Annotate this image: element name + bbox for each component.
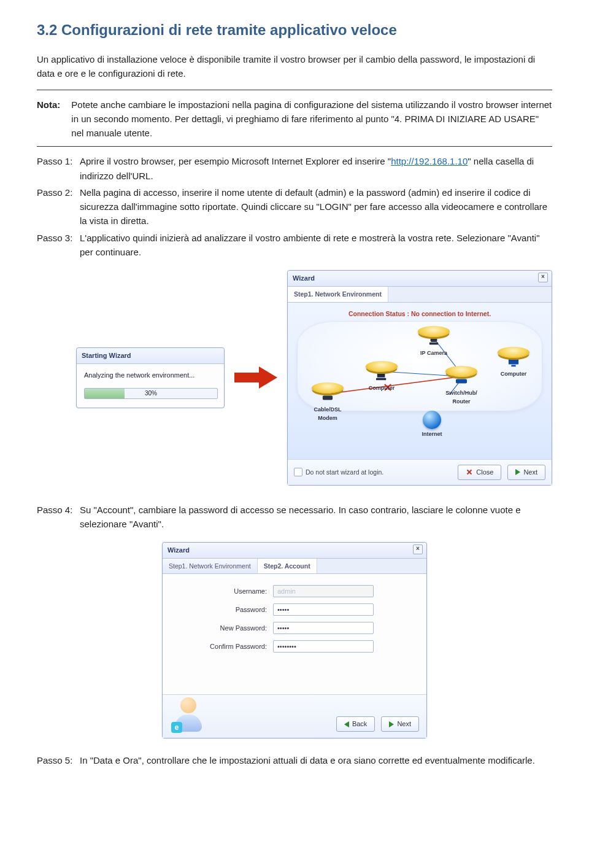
- back-arrow-icon: [344, 721, 349, 727]
- account-wizard-window: Wizard × Step1. Network Environment Step…: [162, 542, 427, 738]
- next-button[interactable]: Next: [381, 716, 419, 732]
- no-start-checkbox[interactable]: Do not start wizard at login.: [294, 467, 383, 477]
- node-computer-left: Computer: [361, 361, 402, 393]
- svg-rect-13: [377, 371, 385, 377]
- svg-rect-14: [376, 378, 386, 380]
- back-button-label: Back: [352, 719, 367, 729]
- label-modem: Cable/DSL Modem: [307, 406, 348, 423]
- label-computer-right: Computer: [493, 370, 534, 379]
- next-arrow-icon: [515, 469, 520, 475]
- globe-icon: [423, 411, 441, 429]
- close-icon[interactable]: ×: [538, 273, 548, 282]
- starting-wizard-title-text: Starting Wizard: [82, 352, 131, 359]
- no-start-label: Do not start wizard at login.: [306, 467, 383, 477]
- starting-wizard-window: Starting Wizard Analyzing the network en…: [76, 347, 225, 408]
- next-arrow-icon: [389, 721, 394, 727]
- confirmpassword-input[interactable]: ••••••••: [273, 640, 374, 653]
- avatar-icon: e: [172, 697, 204, 734]
- passo3-label: Passo 3:: [37, 231, 80, 260]
- account-wizard-title: Wizard ×: [163, 543, 426, 559]
- svg-rect-11: [431, 337, 437, 341]
- network-wizard-title: Wizard ×: [288, 271, 552, 287]
- intro-paragraph: Un applicativo di installazione veloce è…: [37, 52, 552, 81]
- account-form: Username: admin Password: ••••• New Pass…: [163, 574, 426, 694]
- starting-wizard-title: Starting Wizard: [77, 348, 224, 364]
- passo1-pre: Aprire il vostro browser, per esempio Mi…: [80, 156, 391, 166]
- tab-step2-active[interactable]: Step2. Account: [258, 559, 317, 573]
- progress-percent: 30%: [85, 389, 217, 398]
- node-ipcamera: IP Camera: [414, 326, 454, 358]
- label-computer-left: Computer: [361, 384, 402, 393]
- close-button[interactable]: Close: [458, 465, 501, 480]
- node-computer-right: Computer: [493, 347, 534, 379]
- section-heading: 3.2 Configurazioni di rete tramite appli…: [37, 18, 552, 41]
- svg-marker-0: [234, 366, 277, 389]
- passo4-label: Passo 4:: [37, 503, 80, 532]
- network-wizard-window: Wizard × Step1. Network Environment Conn…: [287, 270, 552, 485]
- progress-bar: 30%: [84, 388, 218, 399]
- svg-rect-18: [323, 395, 333, 400]
- figure-network-wizard: Starting Wizard Analyzing the network en…: [37, 270, 552, 485]
- close-icon[interactable]: ×: [413, 544, 423, 554]
- node-internet: Internet: [404, 411, 460, 439]
- username-label: Username:: [163, 586, 273, 597]
- network-wizard-tabs: Step1. Network Environment: [288, 287, 552, 302]
- svg-rect-12: [429, 342, 438, 344]
- passo1-link[interactable]: http://192.168.1.10: [391, 156, 468, 166]
- passo4-text: Su "Account", cambiare la password di ac…: [80, 503, 552, 532]
- network-diagram: Connection Status : No connection to Int…: [288, 303, 552, 459]
- passo5-label: Passo 5:: [37, 753, 80, 767]
- avatar-badge: e: [171, 722, 182, 733]
- label-internet: Internet: [404, 430, 460, 439]
- svg-rect-17: [511, 365, 515, 366]
- svg-rect-16: [509, 357, 518, 364]
- label-switch: Switch/Hub/ Router: [441, 389, 482, 406]
- nota-label: Nota:: [37, 98, 60, 141]
- next-button-label: Next: [523, 467, 537, 478]
- passo3-text: L'applicativo quindi inizierà ad analizz…: [80, 231, 552, 260]
- account-wizard-title-text: Wizard: [167, 546, 190, 554]
- account-wizard-tabs: Step1. Network Environment Step2. Accoun…: [163, 559, 426, 574]
- confirmpassword-label: Confirm Password:: [163, 641, 273, 652]
- starting-wizard-message: Analyzing the network environment...: [84, 370, 217, 381]
- newpassword-label: New Password:: [163, 623, 273, 634]
- checkbox-icon: [294, 468, 302, 476]
- passo1-label: Passo 1:: [37, 154, 80, 183]
- passo1-text: Aprire il vostro browser, per esempio Mi…: [80, 154, 552, 183]
- next-button-label: Next: [397, 719, 411, 729]
- network-wizard-title-text: Wizard: [293, 274, 315, 282]
- passo5-text: In "Data e Ora", controllare che le impo…: [80, 753, 552, 767]
- arrow-icon: [234, 366, 277, 389]
- node-modem: Cable/DSL Modem: [307, 382, 348, 424]
- close-x-icon: [466, 468, 473, 476]
- close-button-label: Close: [476, 467, 493, 478]
- label-ipcamera: IP Camera: [414, 349, 454, 358]
- tab-step1-inactive[interactable]: Step1. Network Environment: [163, 559, 258, 573]
- divider-top: [37, 90, 552, 90]
- node-switch: Switch/Hub/ Router: [441, 366, 482, 407]
- divider-bottom: [37, 146, 552, 147]
- password-label: Password:: [163, 605, 273, 615]
- back-button[interactable]: Back: [336, 716, 375, 732]
- tab-step1[interactable]: Step1. Network Environment: [288, 287, 388, 301]
- username-input: admin: [273, 585, 374, 597]
- nota-text: Potete anche cambiare le impostazioni ne…: [71, 98, 552, 141]
- passo2-label: Passo 2:: [37, 185, 80, 228]
- next-button[interactable]: Next: [507, 465, 545, 480]
- password-input[interactable]: •••••: [273, 603, 374, 616]
- newpassword-input[interactable]: •••••: [273, 622, 374, 634]
- figure-account-wizard: Wizard × Step1. Network Environment Step…: [37, 542, 552, 738]
- svg-rect-15: [456, 379, 467, 383]
- passo2-text: Nella pagina di accesso, inserire il nom…: [80, 185, 552, 228]
